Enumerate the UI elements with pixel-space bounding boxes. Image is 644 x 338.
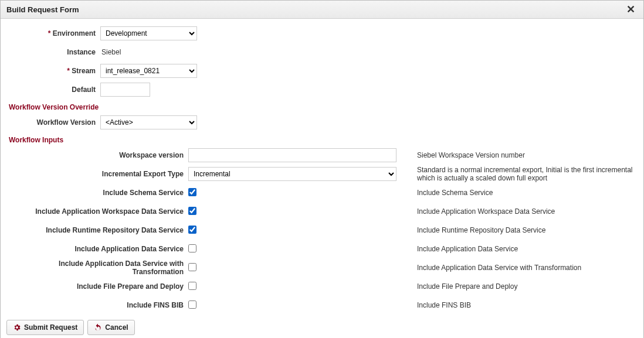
section-workflow-inputs: Workflow Inputs [9,136,638,144]
include-fins-bib-desc: Include FINS BIB [405,301,638,309]
include-app-data-label: Include Application Data Service [6,245,188,253]
row-instance: Instance Siebel [6,43,638,61]
include-app-data-desc: Include Application Data Service [405,245,638,253]
submit-request-label: Submit Request [24,323,77,332]
dialog-title: Build Request Form [6,5,79,14]
include-fins-bib-label: Include FINS BIB [6,301,188,309]
include-schema-service-desc: Include Schema Service [405,189,638,197]
workflow-version-select[interactable]: <Active> [100,115,197,129]
stream-label: Stream [6,67,100,75]
include-file-prepare-label: Include File Prepare and Deploy [6,282,188,291]
dialog-footer: Submit Request Cancel [6,320,638,335]
section-workflow-override: Workflow Version Override [9,103,638,111]
incremental-export-type-label: Incremental Export Type [6,170,188,178]
include-app-workspace-label: Include Application Workspace Data Servi… [6,207,188,216]
instance-label: Instance [6,48,100,56]
include-schema-service-checkbox[interactable] [188,188,196,196]
incremental-export-type-desc: Standard is a normal incremental export,… [405,166,638,182]
include-app-data-transform-checkbox[interactable] [188,263,196,271]
include-runtime-repo-label: Include Runtime Repository Data Service [6,226,188,234]
include-runtime-repo-desc: Include Runtime Repository Data Service [405,226,638,234]
incremental-export-type-select[interactable]: Incremental [188,167,396,181]
cancel-button[interactable]: Cancel [87,320,134,335]
include-app-data-transform-desc: Include Application Data Service with Tr… [405,264,638,272]
row-include-app-workspace: Include Application Workspace Data Servi… [6,203,638,220]
environment-label: Environment [6,29,100,37]
close-icon[interactable]: ✕ [624,4,638,15]
undo-icon [94,323,102,332]
row-stream: Stream int_release_0821 [6,62,638,80]
submit-request-button[interactable]: Submit Request [6,320,84,335]
include-file-prepare-checkbox[interactable] [188,282,196,290]
gear-icon [13,323,21,332]
row-include-app-data: Include Application Data Service Include… [6,240,638,258]
environment-select[interactable]: Development [100,26,197,40]
build-request-dialog: Build Request Form ✕ Environment Develop… [0,0,644,338]
row-include-fins-bib: Include FINS BIB Include FINS BIB [6,296,638,314]
include-fins-bib-checkbox[interactable] [188,301,196,309]
row-environment: Environment Development [6,25,638,42]
include-app-data-checkbox[interactable] [188,244,196,252]
workspace-version-input[interactable] [188,148,396,162]
row-workspace-version: Workspace version Siebel Workspace Versi… [6,146,638,164]
row-include-file-prepare: Include File Prepare and Deploy Include … [6,278,638,295]
include-schema-service-label: Include Schema Service [6,189,188,197]
dialog-body: Environment Development Instance Siebel … [1,19,643,338]
workflow-version-label: Workflow Version [6,118,100,127]
dialog-header: Build Request Form ✕ [1,1,643,19]
include-file-prepare-desc: Include File Prepare and Deploy [405,282,638,291]
row-default: Default [6,81,638,98]
row-workflow-version: Workflow Version <Active> [6,114,638,131]
workspace-version-desc: Siebel Workspace Version number [405,151,638,159]
cancel-label: Cancel [105,323,128,332]
default-label: Default [6,86,100,94]
row-include-runtime-repo: Include Runtime Repository Data Service … [6,221,638,239]
instance-value: Siebel [100,48,121,56]
row-include-app-data-transform: Include Application Data Service with Tr… [6,259,638,276]
include-app-data-transform-label: Include Application Data Service with Tr… [6,260,188,276]
include-app-workspace-checkbox[interactable] [188,207,196,215]
default-input[interactable] [100,83,150,97]
row-include-schema-service: Include Schema Service Include Schema Se… [6,184,638,202]
row-incremental-export-type: Incremental Export Type Incremental Stan… [6,165,638,183]
include-runtime-repo-checkbox[interactable] [188,226,196,234]
workspace-version-label: Workspace version [6,151,188,159]
include-app-workspace-desc: Include Application Workspace Data Servi… [405,207,638,216]
stream-select[interactable]: int_release_0821 [100,64,197,78]
